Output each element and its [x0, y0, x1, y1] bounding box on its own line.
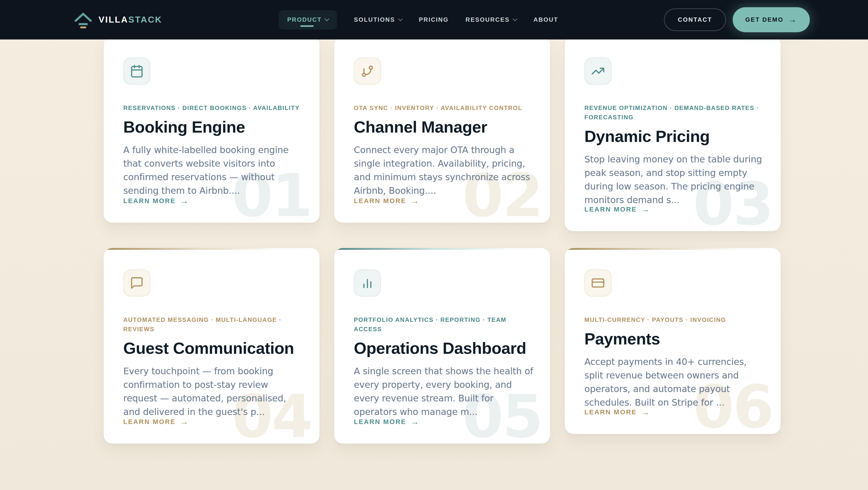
card-operations-dashboard: 05 PORTFOLIO ANALYTICS · REPORTING · TEA… [334, 248, 550, 443]
learn-more-label: LEARN MORE [354, 418, 406, 426]
chevron-down-icon [513, 17, 518, 21]
learn-more-link[interactable]: LEARN MORE → [354, 417, 419, 427]
nav-label: SOLUTIONS [354, 16, 395, 23]
bar-chart-icon [354, 269, 381, 297]
arrow-right-icon: → [410, 417, 419, 427]
arrow-right-icon: → [641, 407, 650, 417]
arrow-right-icon: → [641, 205, 650, 214]
learn-more-link[interactable]: LEARN MORE → [584, 407, 650, 417]
card-channel-manager: 02 OTA SYNC · INVENTORY · AVAILABILITY C… [334, 36, 550, 223]
learn-more-link[interactable]: LEARN MORE → [584, 205, 650, 214]
card-title: Booking Engine [123, 118, 303, 136]
card-title: Payments [584, 330, 764, 348]
learn-more-link[interactable]: LEARN MORE → [123, 196, 188, 206]
card-description: Connect every major OTA through a single… [354, 143, 533, 197]
arrow-right-icon: → [180, 196, 188, 206]
chevron-down-icon [398, 17, 403, 21]
product-cards-grid: 01 RESERVATIONS · DIRECT BOOKINGS · AVAI… [104, 36, 781, 443]
villa-roof-logo-icon [73, 10, 93, 30]
credit-card-icon [584, 269, 612, 297]
active-underline [300, 25, 313, 27]
card-payments: 06 MULTI-CURRENCY · PAYOUTS · INVOICING … [565, 248, 781, 434]
card-guest-communication: 04 AUTOMATED MESSAGING · MULTI-LANGUAGE … [104, 248, 319, 443]
nav-item-solutions[interactable]: SOLUTIONS [354, 16, 402, 23]
card-title: Dynamic Pricing [584, 127, 764, 145]
arrow-right-icon: → [410, 196, 419, 206]
contact-button[interactable]: CONTACT [664, 8, 726, 31]
card-dynamic-pricing: 03 REVENUE OPTIMIZATION · DEMAND-BASED R… [565, 36, 781, 231]
nav-item-pricing[interactable]: PRICING [419, 16, 449, 23]
learn-more-link[interactable]: LEARN MORE → [123, 417, 188, 427]
card-tags: PORTFOLIO ANALYTICS · REPORTING · TEAM A… [354, 315, 533, 334]
nav-item-resources[interactable]: RESOURCES [466, 16, 517, 23]
nav-label: PRICING [419, 16, 449, 23]
learn-more-label: LEARN MORE [354, 197, 406, 205]
get-demo-button[interactable]: GET DEMO → [733, 7, 810, 32]
card-description: A fully white-labelled booking engine th… [123, 143, 303, 197]
learn-more-label: LEARN MORE [123, 197, 176, 205]
learn-more-label: LEARN MORE [123, 418, 176, 426]
logo[interactable]: VILLASTACK [73, 0, 162, 39]
trending-up-icon [584, 58, 612, 85]
nav-item-about[interactable]: ABOUT [533, 16, 558, 23]
card-description: Stop leaving money on the table during p… [584, 152, 764, 207]
card-tags: OTA SYNC · INVENTORY · AVAILABILITY CONT… [354, 103, 533, 113]
card-title: Guest Communication [123, 339, 303, 357]
card-title: Operations Dashboard [354, 339, 533, 357]
card-title: Channel Manager [354, 118, 533, 136]
nav-actions: CONTACT GET DEMO → [664, 0, 810, 39]
arrow-right-icon: → [180, 417, 188, 427]
card-tags: MULTI-CURRENCY · PAYOUTS · INVOICING [584, 315, 764, 325]
learn-more-link[interactable]: LEARN MORE → [354, 196, 419, 206]
main-nav: PRODUCT SOLUTIONS PRICING RESOURCES ABOU… [279, 0, 558, 39]
brand-name: VILLASTACK [98, 15, 162, 25]
card-booking-engine: 01 RESERVATIONS · DIRECT BOOKINGS · AVAI… [104, 36, 319, 223]
card-tags: AUTOMATED MESSAGING · MULTI-LANGUAGE · R… [123, 315, 303, 334]
message-square-icon [123, 269, 150, 297]
card-description: Every touchpoint — from booking confirma… [123, 364, 303, 419]
nav-item-product[interactable]: PRODUCT [279, 10, 337, 30]
top-navbar: VILLASTACK PRODUCT SOLUTIONS PRICING RES… [0, 0, 868, 39]
git-branch-icon [354, 58, 381, 85]
nav-label: ABOUT [533, 16, 558, 23]
arrow-right-icon: → [788, 15, 798, 24]
card-tags: RESERVATIONS · DIRECT BOOKINGS · AVAILAB… [123, 103, 303, 113]
get-demo-label: GET DEMO [745, 16, 784, 23]
learn-more-label: LEARN MORE [584, 408, 637, 416]
calendar-icon [123, 58, 150, 85]
card-description: A single screen that shows the health of… [354, 364, 533, 419]
chevron-down-icon [324, 17, 330, 21]
learn-more-label: LEARN MORE [584, 206, 637, 213]
card-description: Accept payments in 40+ currencies, split… [584, 355, 764, 409]
nav-label: RESOURCES [466, 16, 510, 23]
nav-label: PRODUCT [287, 16, 321, 23]
card-tags: REVENUE OPTIMIZATION · DEMAND-BASED RATE… [584, 103, 764, 122]
